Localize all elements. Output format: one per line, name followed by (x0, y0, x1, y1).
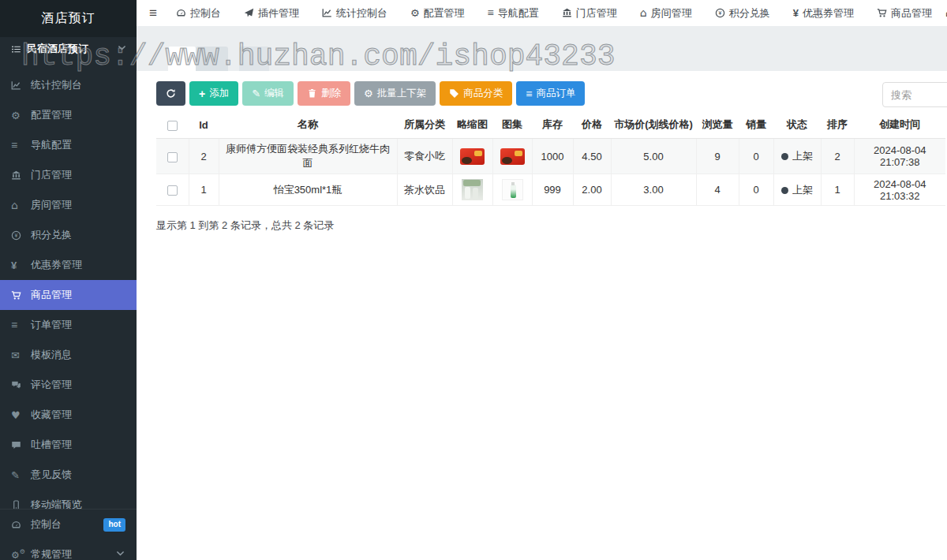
topnav-item-label: 插件管理 (258, 6, 299, 21)
product-thumbnail-image[interactable] (462, 179, 483, 200)
heart-icon: ♥ (11, 409, 27, 421)
cell-sort: 1 (821, 174, 854, 206)
sidebar-item[interactable]: ⌂房间管理 (0, 190, 137, 220)
sidebar-footer-item[interactable]: ⚙⚙常规管理 (0, 539, 137, 560)
home-icon: ⌂ (640, 7, 647, 19)
topnav-item[interactable]: 插件管理 (244, 6, 299, 21)
topnav-item-label: 优惠券管理 (803, 6, 854, 21)
gauge-icon (11, 520, 27, 530)
sidebar-item[interactable]: 商品管理 (0, 280, 137, 310)
plus-icon: + (199, 88, 205, 99)
column-header: 状态 (773, 111, 821, 139)
column-header: 浏览量 (696, 111, 739, 139)
sidebar-app-title[interactable]: 民宿酒店预订 (0, 37, 137, 61)
tab-strip (137, 26, 947, 71)
sidebar-item[interactable]: ≡导航配置 (0, 130, 137, 160)
column-header: 创建时间 (854, 111, 945, 139)
sidebar-item[interactable]: ⚙配置管理 (0, 100, 137, 130)
svg-text:¥: ¥ (718, 10, 721, 16)
bars-icon: ≡ (11, 140, 27, 151)
product-gallery-image[interactable] (502, 179, 523, 200)
select-all-checkbox[interactable] (167, 121, 178, 131)
sidebar-item-label: 导航配置 (31, 138, 72, 152)
sidebar-item[interactable]: ✉模板消息 (0, 340, 137, 370)
content-tab-active[interactable] (168, 47, 196, 71)
add-button[interactable]: +添加 (189, 81, 238, 106)
row-checkbox[interactable] (167, 152, 178, 162)
topnav-item[interactable]: 统计控制台 (322, 6, 387, 21)
refresh-button[interactable] (156, 81, 185, 106)
sidebar-item-label: 配置管理 (31, 108, 72, 122)
cart-icon (877, 8, 887, 18)
cell-stock: 999 (532, 174, 573, 206)
column-header: 图集 (492, 111, 532, 139)
sidebar-item-label: 模板消息 (31, 348, 72, 362)
column-header: 市场价(划线价格) (611, 111, 696, 139)
sidebar-item[interactable]: ¥积分兑换 (0, 220, 137, 250)
bank-icon (11, 170, 27, 181)
topnav-item[interactable]: ⚙配置管理 (410, 6, 465, 21)
status-label: 上架 (792, 150, 813, 162)
gear-icon: ⚙ (364, 88, 373, 99)
sidebar-item-label: 订单管理 (31, 318, 72, 332)
topnav-item[interactable]: 门店管理 (562, 6, 617, 21)
topnav-item[interactable]: ¥积分兑换 (715, 6, 770, 21)
table-header-row: Id名称所属分类略缩图图集库存价格市场价(划线价格)浏览量销量状态排序创建时间 (156, 111, 945, 139)
sidebar-item-label: 统计控制台 (31, 78, 82, 92)
cell-sales: 0 (739, 174, 773, 206)
button-label: 商品订单 (536, 87, 575, 100)
topnav-item-label: 统计控制台 (336, 6, 387, 21)
sidebar-footer-item[interactable]: 控制台hot (0, 510, 137, 539)
sidebar-item[interactable]: ✎意见反馈 (0, 460, 137, 490)
comments-icon (11, 380, 27, 390)
topnav-item[interactable]: ≡导航配置 (488, 6, 539, 21)
product-thumbnail-image[interactable] (460, 148, 485, 165)
product-gallery-image[interactable] (500, 148, 525, 165)
sidebar-item[interactable]: 统计控制台 (0, 70, 137, 100)
bank-icon (562, 8, 572, 18)
category-button[interactable]: 商品分类 (440, 81, 512, 106)
cell-stock: 1000 (532, 139, 573, 174)
cell-name: 康师傅方便面袋装经典系列红烧牛肉面 (219, 139, 397, 174)
chart-icon (322, 8, 332, 18)
topnav-item[interactable]: ⌂房间管理 (640, 6, 692, 21)
topnav-item[interactable]: ¥优惠券管理 (793, 6, 854, 21)
orders-button[interactable]: ≡商品订单 (516, 81, 585, 106)
pencil-icon: ✎ (11, 469, 27, 481)
cell-market-price: 3.00 (611, 174, 696, 206)
content-tab[interactable] (239, 47, 269, 71)
sidebar-item[interactable]: 门店管理 (0, 160, 137, 190)
cell-sort: 2 (821, 139, 854, 174)
sidebar: 民宿酒店预订 统计控制台⚙配置管理≡导航配置门店管理⌂房间管理¥积分兑换¥优惠券… (0, 37, 137, 560)
content-tab[interactable] (196, 47, 228, 71)
plane-icon (244, 8, 254, 18)
topnav-item[interactable]: 控制台 (176, 6, 221, 21)
envelope-icon: ✉ (11, 349, 27, 361)
batch-button[interactable]: ⚙批量上下架 (354, 81, 436, 106)
sidebar-item[interactable]: 吐槽管理 (0, 430, 137, 460)
refresh-icon (166, 88, 176, 99)
button-label: 商品分类 (463, 87, 503, 100)
sidebar-menu: 统计控制台⚙配置管理≡导航配置门店管理⌂房间管理¥积分兑换¥优惠券管理商品管理≡… (0, 70, 137, 520)
cell-name: 怡宝350ml*1瓶 (219, 174, 397, 206)
sidebar-item[interactable]: 评论管理 (0, 370, 137, 400)
column-header: 名称 (219, 111, 397, 139)
menu-toggle-icon[interactable]: ≡ (149, 6, 157, 21)
sidebar-item-label: 收藏管理 (31, 408, 72, 422)
sidebar-item[interactable]: ¥优惠券管理 (0, 250, 137, 280)
button-label: 添加 (209, 87, 229, 100)
content-panel: +添加✎编辑删除⚙批量上下架商品分类≡商品订单 Id名称所属分类略缩图图集库存价… (137, 71, 947, 560)
search-input[interactable] (882, 82, 947, 107)
row-checkbox[interactable] (167, 185, 178, 196)
edit-button[interactable]: ✎编辑 (242, 81, 294, 106)
delete-button[interactable]: 删除 (298, 81, 350, 106)
topnav-item[interactable]: 商品管理 (877, 6, 932, 21)
button-label: 批量上下架 (377, 87, 427, 100)
topnav-item-label: 门店管理 (576, 6, 617, 21)
sidebar-item[interactable]: ♥收藏管理 (0, 400, 137, 430)
sidebar-item-label: 吐槽管理 (31, 438, 72, 452)
sidebar-item-label: 商品管理 (31, 288, 72, 302)
sidebar-item[interactable]: ≡订单管理 (0, 310, 137, 340)
gears-icon: ⚙⚙ (11, 549, 27, 560)
gauge-icon (176, 8, 186, 18)
